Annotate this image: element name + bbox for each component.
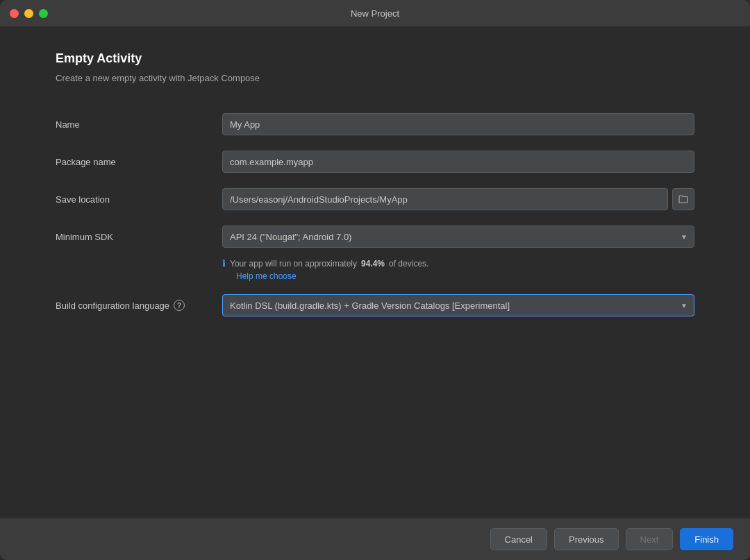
minimum-sdk-row: Minimum SDK API 24 ("Nougat"; Android 7.… — [56, 218, 694, 255]
sdk-info-text: ℹ Your app will run on approximately 94.… — [222, 258, 694, 269]
build-config-select-wrapper: Kotlin DSL (build.gradle.kts) + Gradle V… — [222, 294, 694, 316]
maximize-button[interactable] — [39, 9, 48, 18]
main-content: Empty Activity Create a new empty activi… — [0, 26, 750, 518]
folder-browse-button[interactable] — [672, 188, 694, 210]
sdk-info-row: ℹ Your app will run on approximately 94.… — [56, 255, 694, 287]
build-config-control: Kotlin DSL (build.gradle.kts) + Gradle V… — [222, 294, 694, 316]
save-location-label: Save location — [56, 194, 222, 205]
footer: Cancel Previous Next Finish — [0, 518, 750, 560]
minimum-sdk-select-wrapper: API 24 ("Nougat"; Android 7.0) ▼ — [222, 226, 694, 248]
name-input[interactable] — [222, 113, 694, 135]
sdk-percentage: 94.4% — [361, 259, 385, 269]
close-button[interactable] — [10, 9, 19, 18]
window-controls — [10, 9, 48, 18]
build-config-label: Build configuration language ? — [56, 300, 222, 311]
help-me-choose-link[interactable]: Help me choose — [236, 271, 694, 281]
info-text-after: of devices. — [389, 259, 428, 269]
save-location-row: Save location — [56, 180, 694, 218]
package-name-label: Package name — [56, 157, 222, 167]
name-label: Name — [56, 119, 222, 130]
name-row: Name — [56, 105, 694, 143]
minimum-sdk-select[interactable]: API 24 ("Nougat"; Android 7.0) — [222, 226, 694, 248]
main-window: New Project Empty Activity Create a new … — [0, 0, 750, 560]
name-control — [222, 113, 694, 135]
save-location-input[interactable] — [222, 188, 668, 210]
finish-button[interactable]: Finish — [680, 528, 733, 550]
window-title: New Project — [351, 8, 399, 19]
build-config-help-icon[interactable]: ? — [174, 300, 185, 311]
info-icon: ℹ — [222, 258, 226, 269]
titlebar: New Project — [0, 0, 750, 26]
package-name-input[interactable] — [222, 151, 694, 173]
project-form: Name Package name Save location — [56, 105, 694, 324]
section-title: Empty Activity — [56, 51, 694, 66]
package-name-row: Package name — [56, 143, 694, 180]
minimize-button[interactable] — [24, 9, 33, 18]
build-config-row: Build configuration language ? Kotlin DS… — [56, 287, 694, 324]
cancel-button[interactable]: Cancel — [490, 528, 547, 550]
save-location-wrapper — [222, 188, 694, 210]
section-subtitle: Create a new empty activity with Jetpack… — [56, 73, 694, 83]
next-button: Next — [626, 528, 674, 550]
package-name-control — [222, 151, 694, 173]
info-text-before: Your app will run on approximately — [230, 259, 357, 269]
previous-button[interactable]: Previous — [554, 528, 619, 550]
minimum-sdk-label: Minimum SDK — [56, 232, 222, 242]
build-config-select[interactable]: Kotlin DSL (build.gradle.kts) + Gradle V… — [222, 294, 694, 316]
minimum-sdk-control: API 24 ("Nougat"; Android 7.0) ▼ — [222, 226, 694, 248]
save-location-control — [222, 188, 694, 210]
